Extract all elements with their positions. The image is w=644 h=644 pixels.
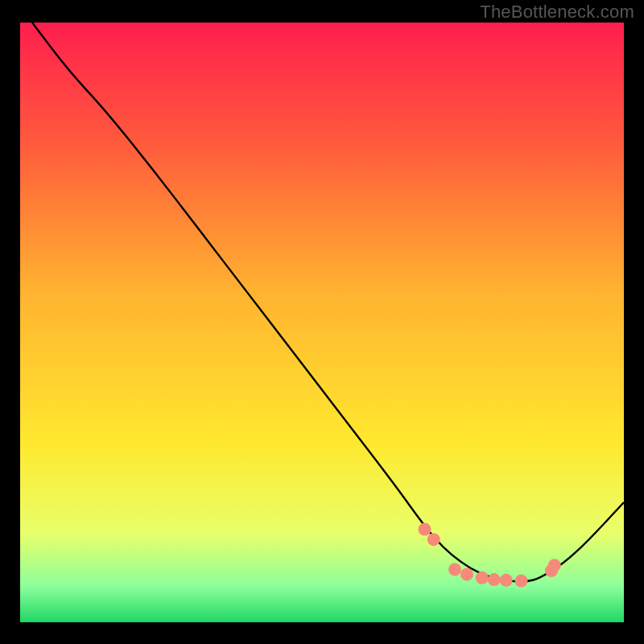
marker-dot: [427, 533, 440, 546]
gradient-background: [20, 23, 624, 622]
marker-dot: [476, 572, 489, 584]
chart-svg: [20, 23, 624, 622]
marker-dot: [548, 559, 561, 572]
marker-dot: [460, 568, 473, 580]
watermark-text: TheBottleneck.com: [480, 2, 634, 23]
marker-dot: [515, 575, 528, 588]
marker-dot: [448, 563, 461, 576]
chart-area: [20, 23, 624, 622]
marker-dot: [500, 574, 513, 587]
marker-dot: [419, 523, 431, 536]
marker-dot: [488, 573, 501, 586]
